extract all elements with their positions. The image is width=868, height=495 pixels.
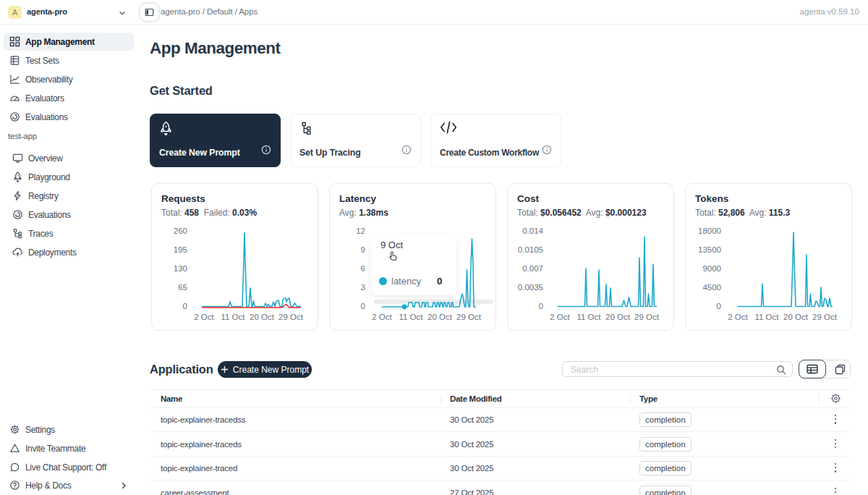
svg-text:195: 195 [174, 245, 187, 254]
svg-text:18000: 18000 [698, 227, 721, 235]
svg-text:0: 0 [361, 302, 365, 310]
svg-text:11 Oct: 11 Oct [754, 313, 779, 321]
svg-text:2 Oct: 2 Oct [194, 313, 214, 321]
svg-text:9000: 9000 [702, 264, 721, 273]
svg-text:11 Oct: 11 Oct [221, 313, 245, 321]
svg-text:2 Oct: 2 Oct [372, 313, 392, 321]
svg-text:20 Oct: 20 Oct [427, 313, 453, 321]
svg-text:11 Oct: 11 Oct [576, 313, 601, 321]
svg-text:3: 3 [361, 283, 365, 292]
svg-text:9: 9 [361, 245, 365, 254]
svg-text:0.014: 0.014 [522, 227, 543, 235]
svg-text:0.0105: 0.0105 [518, 245, 543, 254]
svg-text:13500: 13500 [698, 245, 721, 254]
svg-text:65: 65 [178, 283, 187, 292]
svg-text:0.0035: 0.0035 [518, 283, 543, 292]
svg-text:20 Oct: 20 Oct [250, 313, 275, 321]
svg-text:20 Oct: 20 Oct [605, 313, 631, 321]
svg-text:12: 12 [356, 227, 365, 235]
svg-text:130: 130 [174, 264, 187, 273]
svg-text:20 Oct: 20 Oct [783, 313, 809, 321]
svg-text:0: 0 [539, 302, 543, 310]
svg-text:4500: 4500 [702, 283, 721, 292]
svg-text:260: 260 [174, 227, 187, 235]
svg-text:6: 6 [361, 264, 365, 273]
svg-text:11 Oct: 11 Oct [399, 313, 423, 321]
svg-text:0: 0 [183, 302, 187, 310]
svg-text:2 Oct: 2 Oct [550, 313, 570, 321]
svg-text:29 Oct: 29 Oct [456, 313, 482, 321]
svg-text:29 Oct: 29 Oct [278, 313, 304, 321]
svg-text:0.007: 0.007 [522, 264, 543, 273]
svg-text:29 Oct: 29 Oct [634, 313, 660, 321]
svg-text:2 Oct: 2 Oct [728, 313, 748, 321]
svg-text:29 Oct: 29 Oct [812, 313, 838, 321]
svg-text:0: 0 [717, 302, 721, 310]
